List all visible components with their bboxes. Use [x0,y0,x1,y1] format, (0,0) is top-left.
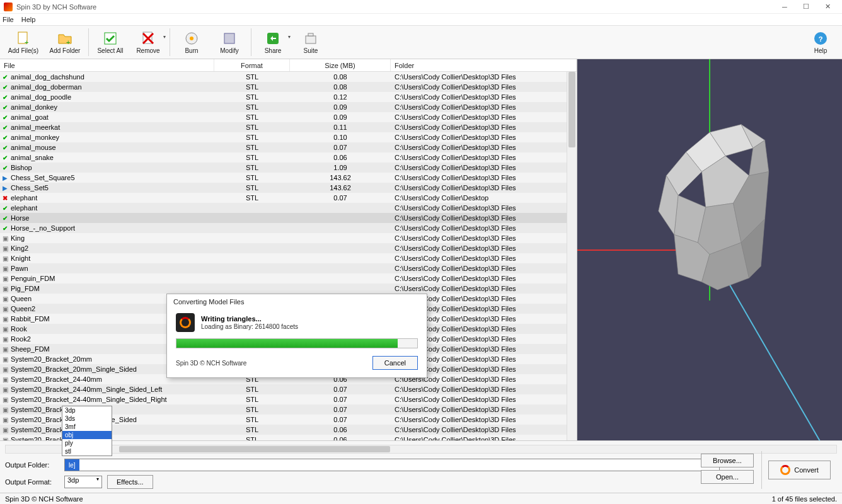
file-name: Rook2 [11,335,31,343]
file-size: 0.07 [290,416,391,423]
table-row[interactable]: ✔animal_dog_dobermanSTL0.08C:\Users\Cody… [0,82,577,92]
add-files-button[interactable]: + Add File(s) [3,26,44,58]
minimize-button[interactable]: ─ [774,1,795,13]
table-row[interactable]: ▶Chess_Set_Square5STL143.62C:\Users\Cody… [0,173,577,183]
app-logo-icon [4,3,13,11]
table-row[interactable]: ▣KnightC:\Users\Cody Collier\Desktop\3D … [0,253,577,263]
table-row[interactable]: ✔animal_dog_poodleSTL0.12C:\Users\Cody C… [0,92,577,102]
file-format: STL [214,406,290,413]
file-size: 0.06 [290,436,391,440]
file-folder: C:\Users\Cody Collier\Desktop\3D Files [391,426,577,433]
file-format: STL [214,164,290,171]
scrollbar-thumb[interactable] [568,72,575,147]
table-row[interactable]: ▣King2C:\Users\Cody Collier\Desktop\3D F… [0,243,577,253]
convert-button[interactable]: Convert [768,461,831,479]
table-row[interactable]: ✔animal_dog_dachshundSTL0.08C:\Users\Cod… [0,72,577,82]
column-folder[interactable]: Folder [391,59,577,71]
file-folder: C:\Users\Cody Collier\Desktop\3D Files [391,255,577,262]
table-row[interactable]: ▣Penguin_FDMC:\Users\Cody Collier\Deskto… [0,273,577,284]
burn-button[interactable]: Burn [173,26,211,58]
file-name: animal_dog_doberman [11,83,82,91]
file-name: King [11,234,25,242]
table-row[interactable]: ▣System20_Bracket_24-40mm_Single_Sided_R… [0,394,577,404]
dialog-title: Converting Model Files [167,294,427,309]
file-name: Bishop [11,164,32,171]
column-format[interactable]: Format [214,59,290,71]
table-row[interactable]: ▣KingC:\Users\Cody Collier\Desktop\3D Fi… [0,233,577,243]
table-row[interactable]: ✔HorseC:\Users\Cody Collier\Desktop\3D F… [0,213,577,223]
file-format: STL [214,103,290,111]
select-all-icon [103,31,118,46]
table-row[interactable]: ✖elephantSTL0.07C:\Users\Cody Collier\De… [0,193,577,203]
file-name: System20_Bracket_24-40mm_Single_Sided_Le… [11,386,162,393]
format-option[interactable]: 3mf [62,423,112,431]
format-option[interactable]: obj [62,431,112,439]
dropdown-caret-icon[interactable]: ▾ [288,34,291,40]
output-folder-input[interactable]: le] [64,459,720,471]
table-row[interactable]: ▶Chess_Set5STL143.62C:\Users\Cody Collie… [0,183,577,193]
table-row[interactable]: ✔BishopSTL1.09C:\Users\Cody Collier\Desk… [0,163,577,173]
format-option[interactable]: ply [62,439,112,447]
suite-button[interactable]: Suite [292,26,330,58]
menu-help[interactable]: Help [21,16,36,23]
app-icon [176,313,195,332]
horizontal-scrollbar[interactable] [5,445,837,454]
cancel-button[interactable]: Cancel [372,356,418,370]
table-row[interactable]: ✔animal_monkeySTL0.10C:\Users\Cody Colli… [0,132,577,142]
format-option[interactable]: 3ds [62,415,112,423]
table-row[interactable]: ▣System20_Bracket_24-40mm_Single_Sided_L… [0,384,577,394]
select-all-button[interactable]: Select All [91,26,129,58]
scrollbar-thumb[interactable] [119,446,390,452]
close-button[interactable]: ✕ [817,1,838,13]
output-format-dropdown[interactable]: 3dp3ds3mfobjplystl [62,406,112,456]
share-button[interactable]: Share ▾ [254,26,292,58]
progress-fill [176,339,398,348]
preview-pane[interactable] [577,59,842,440]
table-row[interactable]: ▣Pig_FDMC:\Users\Cody Collier\Desktop\3D… [0,284,577,294]
add-folder-button[interactable]: + Add Folder [44,26,86,58]
status-icon: ▣ [1,396,9,403]
svg-point-6 [190,37,193,40]
help-button[interactable]: ? Help [802,26,839,58]
status-icon: ▣ [1,275,9,282]
table-row[interactable]: ▣PawnC:\Users\Cody Collier\Desktop\3D Fi… [0,263,577,273]
table-row[interactable]: ✔animal_mouseSTL0.07C:\Users\Cody Collie… [0,142,577,152]
file-format: STL [214,154,290,161]
maximize-button[interactable]: ☐ [795,1,817,13]
table-row[interactable]: ✔animal_goatSTL0.09C:\Users\Cody Collier… [0,112,577,122]
toolbar-separator [170,28,170,56]
status-icon: ▣ [1,416,9,423]
vertical-scrollbar[interactable] [567,72,577,440]
modify-button[interactable]: Modify [211,26,248,58]
table-row[interactable]: ✔elephantC:\Users\Cody Collier\Desktop\3… [0,203,577,213]
file-folder: C:\Users\Cody Collier\Desktop\3D Files [391,234,577,242]
remove-button[interactable]: Remove ▾ [129,26,167,58]
file-folder: C:\Users\Cody Collier\Desktop\3D Files [391,436,577,440]
column-size[interactable]: Size (MB) [290,59,391,71]
table-row[interactable]: ✔Horse_-_no_SupportC:\Users\Cody Collier… [0,223,577,233]
table-row[interactable]: ✔animal_donkeySTL0.09C:\Users\Cody Colli… [0,102,577,112]
format-option[interactable]: stl [62,447,112,455]
dropdown-caret-icon[interactable]: ▾ [163,34,166,40]
column-file[interactable]: File [0,59,214,71]
open-button[interactable]: Open... [701,470,754,484]
status-icon: ▣ [1,386,9,393]
status-icon: ✔ [1,73,9,81]
effects-button[interactable]: Effects... [107,475,153,489]
column-headers: File Format Size (MB) Folder [0,59,577,72]
file-size: 0.07 [290,194,391,202]
format-option[interactable]: 3dp [62,406,112,415]
file-name: Rook [11,325,27,333]
file-size: 0.07 [290,406,391,413]
table-row[interactable]: ✔animal_meerkatSTL0.11C:\Users\Cody Coll… [0,122,577,132]
file-list-body[interactable]: ✔animal_dog_dachshundSTL0.08C:\Users\Cod… [0,72,577,440]
file-format: STL [214,83,290,91]
svg-text:+: + [25,38,28,46]
status-icon: ✔ [1,103,9,111]
output-format-select[interactable]: 3dp ▾ [64,476,102,488]
menu-file[interactable]: File [3,16,14,23]
output-format-label: Output Format: [5,478,59,486]
file-folder: C:\Users\Cody Collier\Desktop\3D Files [391,416,577,423]
table-row[interactable]: ✔animal_snakeSTL0.06C:\Users\Cody Collie… [0,152,577,163]
browse-button[interactable]: Browse... [701,454,754,467]
